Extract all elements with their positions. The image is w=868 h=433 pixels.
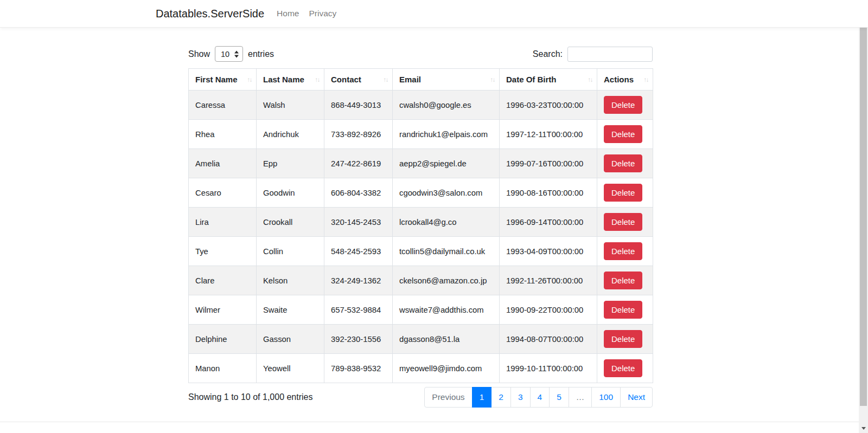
cell-actions: Delete — [597, 149, 653, 178]
table-body: CaressaWalsh868-449-3013cwalsh0@google.e… — [189, 91, 653, 383]
cell-dob: 1999-07-16T00:00:00 — [500, 149, 597, 178]
scroll-down-icon[interactable] — [859, 424, 868, 433]
page-5[interactable]: 5 — [549, 387, 569, 408]
cell-dob: 1992-11-26T00:00:00 — [500, 266, 597, 295]
nav-link-home[interactable]: Home — [272, 9, 304, 18]
cell-first: Cesaro — [189, 178, 257, 208]
cell-dob: 1999-10-11T00:00:00 — [500, 354, 597, 383]
delete-button[interactable]: Delete — [604, 272, 642, 289]
cell-actions: Delete — [597, 91, 653, 120]
page-1[interactable]: 1 — [472, 387, 492, 408]
cell-dob: 1994-08-07T00:00:00 — [500, 325, 597, 354]
delete-button[interactable]: Delete — [604, 213, 642, 231]
cell-email: aepp2@spiegel.de — [393, 149, 500, 178]
cell-dob: 1997-12-11T00:00:00 — [500, 120, 597, 149]
sort-icon: ↑↓ — [247, 76, 252, 83]
page-4[interactable]: 4 — [530, 387, 550, 408]
cell-contact: 868-449-3013 — [324, 91, 393, 120]
table-row: ManonYeowell789-838-9532myeowell9@jimdo.… — [189, 354, 653, 383]
cell-email: ckelson6@amazon.co.jp — [393, 266, 500, 295]
table-row: WilmerSwaite657-532-9884wswaite7@addthis… — [189, 295, 653, 325]
cell-actions: Delete — [597, 178, 653, 208]
cell-first: Manon — [189, 354, 257, 383]
table-row: LiraCrookall320-145-2453lcrookall4@g.co1… — [189, 208, 653, 237]
delete-button[interactable]: Delete — [604, 96, 642, 114]
cell-dob: 1996-03-23T00:00:00 — [500, 91, 597, 120]
cell-actions: Delete — [597, 120, 653, 149]
cell-contact: 606-804-3382 — [324, 178, 393, 208]
table-row: DelphineGasson392-230-1556dgasson8@51.la… — [189, 325, 653, 354]
column-label: First Name — [195, 75, 238, 84]
page-size-select[interactable]: 10 — [215, 46, 243, 62]
entries-info: Showing 1 to 10 of 1,000 entries — [188, 392, 313, 402]
cell-actions: Delete — [597, 295, 653, 325]
page-100[interactable]: 100 — [591, 387, 621, 408]
search-label: Search: — [533, 49, 563, 59]
show-label: Show — [188, 49, 210, 59]
delete-button[interactable]: Delete — [604, 154, 642, 172]
table-header-row: First Name↑↓Last Name↑↓Contact↑↓Email↑↓D… — [189, 69, 653, 91]
column-header-email[interactable]: Email↑↓ — [393, 69, 500, 91]
cell-contact: 324-249-1362 — [324, 266, 393, 295]
table-row: CaressaWalsh868-449-3013cwalsh0@google.e… — [189, 91, 653, 120]
table-controls: Show 10 entries Search: — [188, 46, 653, 62]
delete-button[interactable]: Delete — [604, 301, 642, 319]
cell-actions: Delete — [597, 354, 653, 383]
search-input[interactable] — [567, 47, 653, 62]
column-header-last-name[interactable]: Last Name↑↓ — [257, 69, 324, 91]
cell-contact: 548-245-2593 — [324, 237, 393, 266]
cell-last: Crookall — [257, 208, 324, 237]
previous-page-button[interactable]: Previous — [424, 387, 472, 408]
delete-button[interactable]: Delete — [604, 184, 642, 202]
brand-link[interactable]: Datatables.ServerSide — [156, 8, 264, 20]
page-3[interactable]: 3 — [510, 387, 531, 408]
page-length-control: Show 10 entries — [188, 46, 274, 62]
cell-contact: 657-532-9884 — [324, 295, 393, 325]
nav-links: HomePrivacy — [272, 9, 341, 18]
column-header-first-name[interactable]: First Name↑↓ — [189, 69, 257, 91]
cell-last: Walsh — [257, 91, 324, 120]
navbar: Datatables.ServerSide HomePrivacy — [0, 0, 868, 28]
column-header-date-of-birth[interactable]: Date Of Birth↑↓ — [500, 69, 597, 91]
page-2[interactable]: 2 — [491, 387, 511, 408]
delete-button[interactable]: Delete — [604, 125, 642, 143]
cell-last: Kelson — [257, 266, 324, 295]
column-label: Last Name — [263, 75, 304, 84]
next-page-button[interactable]: Next — [620, 387, 653, 408]
cell-dob: 1996-09-14T00:00:00 — [500, 208, 597, 237]
cell-email: cwalsh0@google.es — [393, 91, 500, 120]
cell-actions: Delete — [597, 237, 653, 266]
sort-icon: ↑↓ — [490, 76, 495, 83]
pagination: Previous12345…100Next — [424, 387, 653, 408]
delete-button[interactable]: Delete — [604, 359, 642, 377]
cell-first: Tye — [189, 237, 257, 266]
cell-contact: 789-838-9532 — [324, 354, 393, 383]
cell-contact: 247-422-8619 — [324, 149, 393, 178]
scrollbar-thumb[interactable] — [860, 10, 867, 406]
delete-button[interactable]: Delete — [604, 242, 642, 260]
column-label: Contact — [331, 75, 361, 84]
search-control: Search: — [533, 47, 653, 62]
column-header-contact[interactable]: Contact↑↓ — [324, 69, 393, 91]
cell-first: Lira — [189, 208, 257, 237]
cell-email: randrichuk1@elpais.com — [393, 120, 500, 149]
cell-last: Collin — [257, 237, 324, 266]
cell-first: Caressa — [189, 91, 257, 120]
cell-first: Wilmer — [189, 295, 257, 325]
table-row: CesaroGoodwin606-804-3382cgoodwin3@salon… — [189, 178, 653, 208]
cell-last: Yeowell — [257, 354, 324, 383]
cell-last: Goodwin — [257, 178, 324, 208]
column-header-actions[interactable]: Actions↑↓ — [597, 69, 653, 91]
cell-email: dgasson8@51.la — [393, 325, 500, 354]
delete-button[interactable]: Delete — [604, 330, 642, 348]
cell-contact: 392-230-1556 — [324, 325, 393, 354]
cell-first: Clare — [189, 266, 257, 295]
nav-link-privacy[interactable]: Privacy — [304, 9, 341, 18]
vertical-scrollbar — [859, 0, 868, 433]
cell-actions: Delete — [597, 325, 653, 354]
cell-actions: Delete — [597, 208, 653, 237]
cell-last: Andrichuk — [257, 120, 324, 149]
cell-email: wswaite7@addthis.com — [393, 295, 500, 325]
cell-contact: 320-145-2453 — [324, 208, 393, 237]
column-label: Actions — [604, 75, 634, 84]
